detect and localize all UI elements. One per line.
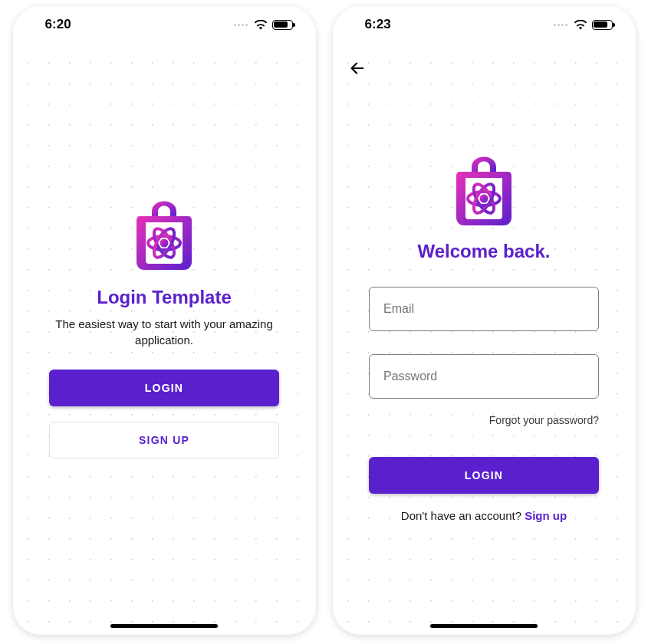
battery-icon (272, 20, 293, 30)
signup-button[interactable]: SIGN UP (49, 422, 279, 458)
password-field-wrapper[interactable] (369, 354, 599, 399)
signup-prompt: Don't have an account? Sign up (401, 509, 567, 522)
cellular-dots-icon (554, 24, 567, 26)
signup-link[interactable]: Sign up (525, 509, 567, 522)
status-indicators (554, 20, 613, 30)
email-field-wrapper[interactable] (369, 287, 599, 331)
login-screen: 6:23 Welcome back. Forgot your (333, 6, 636, 635)
back-button[interactable] (342, 53, 373, 84)
status-bar: 6:20 (13, 6, 316, 43)
home-indicator[interactable] (110, 624, 218, 628)
arrow-left-icon (349, 60, 366, 77)
email-field[interactable] (382, 301, 586, 317)
login-button[interactable]: LOGIN (49, 370, 279, 406)
app-logo-icon (130, 189, 199, 270)
app-logo-icon (449, 144, 518, 225)
login-submit-button[interactable]: LOGIN (369, 457, 599, 494)
wifi-icon (574, 20, 587, 30)
battery-icon (592, 20, 613, 30)
home-indicator[interactable] (430, 624, 538, 628)
forgot-password-link[interactable]: Forgot your password? (489, 414, 599, 426)
welcome-screen: 6:20 Login Template The easiest way to s… (13, 6, 316, 635)
status-bar: 6:23 (333, 6, 636, 43)
status-indicators (234, 20, 293, 30)
signup-prompt-text: Don't have an account? (401, 509, 525, 522)
password-field[interactable] (382, 369, 586, 384)
welcome-subtitle: The easiest way to start with your amazi… (45, 316, 283, 348)
login-heading: Welcome back. (418, 241, 551, 262)
status-time: 6:23 (365, 17, 391, 32)
cellular-dots-icon (234, 24, 248, 26)
welcome-title: Login Template (97, 287, 232, 308)
wifi-icon (254, 20, 268, 30)
status-time: 6:20 (45, 17, 71, 32)
